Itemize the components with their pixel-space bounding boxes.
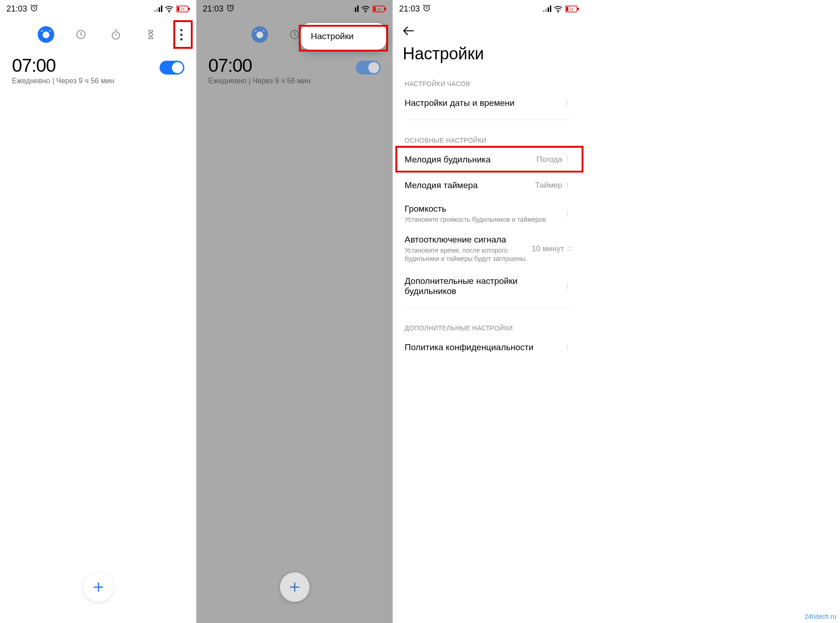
svg-rect-4: [161, 6, 162, 12]
status-time: 21:03: [6, 4, 27, 14]
alarm-status-icon: [423, 4, 431, 14]
svg-rect-16: [355, 7, 356, 12]
svg-text:19: 19: [377, 7, 381, 12]
svg-rect-35: [577, 8, 579, 10]
menu-item-settings[interactable]: Настройки: [311, 31, 376, 41]
tab-alarm-icon[interactable]: [251, 26, 268, 43]
row-autooff[interactable]: Автоотключение сигнала Установите время,…: [393, 229, 585, 268]
alarm-status-icon: [226, 4, 234, 14]
chevron-right-icon: 〉: [565, 98, 573, 109]
tab-stopwatch-icon[interactable]: [108, 26, 124, 43]
signal-icon: [350, 6, 359, 12]
svg-point-10: [42, 32, 49, 39]
alarm-row[interactable]: 07:00 Ежедневно | Через 9 ч 56 мин: [196, 52, 393, 85]
clock-tabs: [0, 17, 196, 52]
watermark: 24hitech.ru: [805, 613, 836, 620]
battery-icon: 19: [176, 6, 190, 12]
alarm-time: 07:00: [12, 55, 114, 76]
status-bar: 21:03 19: [196, 0, 393, 17]
svg-rect-29: [548, 7, 549, 12]
section-clock-label: НАСТРОЙКИ ЧАСОВ: [393, 67, 585, 90]
battery-icon: 19: [372, 6, 386, 12]
svg-rect-9: [189, 8, 190, 10]
add-alarm-button[interactable]: [84, 572, 113, 602]
row-privacy[interactable]: Политика конфиденциальности 〉: [393, 335, 585, 360]
more-menu-button[interactable]: [174, 28, 188, 41]
add-alarm-button[interactable]: [280, 572, 309, 602]
svg-text:19: 19: [570, 7, 574, 12]
alarm-time: 07:00: [208, 55, 310, 76]
svg-point-31: [558, 12, 559, 12]
row-datetime-label: Настройки даты и времени: [405, 98, 514, 108]
alarm-toggle[interactable]: [160, 61, 184, 75]
svg-text:19: 19: [181, 7, 185, 12]
signal-icon: [543, 6, 551, 12]
back-button[interactable]: [403, 24, 415, 39]
chevron-right-icon: 〉: [565, 281, 573, 292]
divider: [405, 120, 573, 120]
section-main-label: ОСНОВНЫЕ НАСТРОЙКИ: [393, 124, 585, 147]
row-timer-melody-value: Таймер: [535, 181, 562, 190]
overflow-menu: Настройки: [301, 23, 386, 50]
screen-alarm-menu-open: 21:03 19 07:00: [196, 0, 393, 623]
alarm-row[interactable]: 07:00 Ежедневно | Через 9 ч 56 мин: [0, 52, 196, 85]
svg-rect-27: [543, 10, 544, 12]
svg-rect-30: [550, 6, 551, 12]
tab-alarm-icon[interactable]: [38, 26, 54, 43]
row-autooff-label: Автоотключение сигнала: [405, 235, 527, 245]
divider: [405, 307, 573, 308]
svg-rect-2: [156, 9, 158, 12]
alarm-subtitle: Ежедневно | Через 9 ч 56 мин: [208, 77, 310, 85]
row-volume[interactable]: Громкость Установите громкость будильник…: [393, 198, 585, 229]
chevron-right-icon: 〉: [565, 208, 573, 219]
wifi-icon: [554, 6, 563, 12]
svg-rect-14: [350, 10, 352, 12]
status-bar: 21:03 19: [393, 0, 585, 17]
row-autooff-value: 10 минут: [532, 244, 565, 254]
screen-alarm: 21:03 19: [0, 0, 196, 623]
svg-rect-28: [545, 9, 547, 12]
row-extra-alarm[interactable]: Дополнительные настройки будильников 〉: [393, 269, 585, 304]
svg-rect-33: [566, 7, 568, 11]
battery-icon: 19: [565, 6, 579, 12]
tab-timer-icon[interactable]: [143, 26, 159, 43]
tab-clock-icon[interactable]: [73, 26, 89, 43]
page-title: Настройки: [403, 44, 575, 63]
status-bar: 21:03 19: [0, 0, 196, 17]
row-autooff-desc: Установите время, после которого будильн…: [405, 246, 527, 263]
row-extra-alarm-label: Дополнительные настройки будильников: [405, 276, 565, 296]
row-timer-melody[interactable]: Мелодия таймера Таймер 〉: [393, 173, 585, 198]
row-volume-label: Громкость: [405, 204, 560, 214]
svg-rect-22: [385, 8, 386, 10]
row-datetime[interactable]: Настройки даты и времени 〉: [393, 90, 585, 116]
row-privacy-label: Политика конфиденциальности: [405, 342, 533, 352]
alarm-status-icon: [30, 4, 38, 14]
row-timer-melody-label: Мелодия таймера: [405, 180, 478, 190]
section-extra-label: ДОПОЛНИТЕЛЬНЫЕ НАСТРОЙКИ: [393, 312, 585, 335]
updown-icon: ︿﹀: [567, 244, 573, 254]
chevron-right-icon: 〉: [565, 180, 573, 191]
svg-point-18: [365, 12, 366, 12]
svg-rect-15: [353, 9, 354, 12]
row-alarm-melody-label: Мелодия будильника: [405, 155, 491, 165]
status-time: 21:03: [203, 4, 223, 14]
svg-rect-7: [177, 7, 179, 11]
row-alarm-melody[interactable]: Мелодия будильника Погода 〉: [393, 147, 585, 173]
svg-rect-1: [154, 10, 155, 12]
svg-point-5: [169, 12, 170, 12]
screen-settings: 21:03 19 Настройки НАСТРОЙКИ ЧАСОВ Настр…: [393, 0, 585, 623]
svg-rect-20: [373, 7, 376, 11]
svg-point-23: [256, 32, 263, 39]
chevron-right-icon: 〉: [565, 342, 573, 353]
alarm-subtitle: Ежедневно | Через 9 ч 56 мин: [12, 77, 114, 85]
row-alarm-melody-value: Погода: [537, 155, 562, 164]
signal-icon: [154, 6, 162, 12]
alarm-toggle[interactable]: [356, 61, 381, 75]
svg-rect-3: [159, 7, 160, 12]
svg-rect-17: [357, 6, 359, 12]
wifi-icon: [361, 6, 370, 12]
row-volume-desc: Установите громкость будильников и тайме…: [405, 215, 560, 224]
wifi-icon: [165, 6, 174, 12]
status-time: 21:03: [399, 4, 420, 14]
chevron-right-icon: 〉: [565, 154, 573, 165]
